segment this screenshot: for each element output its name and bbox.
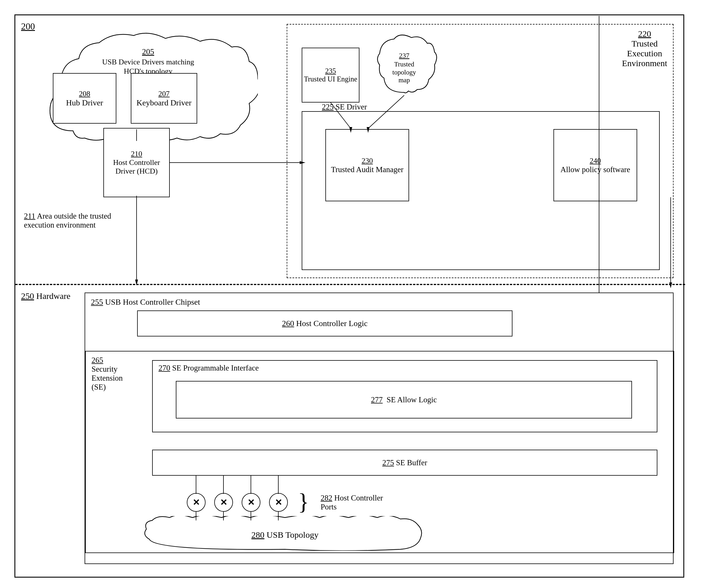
- svg-text:Trusted: Trusted: [394, 61, 414, 68]
- svg-text:topology: topology: [392, 69, 416, 76]
- box-tam: 230 Trusted Audit Manager: [325, 129, 409, 201]
- box-sepi: 270 SE Programmable Interface 277 SE All…: [152, 360, 657, 432]
- svg-text:205: 205: [142, 47, 154, 56]
- label-211: 211 Area outside the trusted execution e…: [24, 212, 140, 230]
- port-x-4: ✕: [269, 493, 288, 512]
- port-x-3: ✕: [242, 493, 260, 512]
- box-hcl: 260 Host Controller Logic: [137, 310, 513, 337]
- cloud-usb-topology: 280 USB Topology: [141, 516, 429, 551]
- label-225: 225 SE Driver: [322, 102, 367, 112]
- box-allow-policy: 240 Allow policy software: [553, 129, 637, 201]
- port-symbols-row: ✕ ✕ ✕ ✕ } 282 Host Controller Ports: [187, 493, 384, 512]
- box-trusted-ui: 235 Trusted UI Engine: [302, 48, 360, 102]
- box-seb: 275 SE Buffer: [152, 450, 657, 475]
- label-265: 265SecurityExtension(SE): [91, 356, 138, 392]
- box-se-driver: 230 Trusted Audit Manager 240 Allow poli…: [302, 111, 660, 270]
- box-hub-driver: 208 Hub Driver: [53, 73, 116, 124]
- port-x-1: ✕: [187, 493, 206, 512]
- box-security-extension: 265SecurityExtension(SE) 270 SE Programm…: [85, 351, 674, 553]
- label-200: 200: [21, 21, 35, 32]
- box-seal: 277 SE Allow Logic: [176, 381, 632, 419]
- svg-text:map: map: [398, 77, 410, 84]
- label-220: 220TrustedExecutionEnvironment: [622, 29, 667, 68]
- box-tee: 220TrustedExecutionEnvironment 235 Trust…: [287, 24, 674, 278]
- svg-marker-41: [669, 283, 672, 288]
- label-282: 282 Host Controller Ports: [320, 494, 384, 511]
- svg-text:280 USB Topology: 280 USB Topology: [251, 530, 318, 539]
- cloud-topology-map: 237 Trusted topology map: [371, 33, 438, 97]
- svg-text:USB Device Drivers matching: USB Device Drivers matching: [102, 58, 194, 66]
- box-keyboard-driver: 207 Keyboard Driver: [131, 73, 197, 124]
- brace-symbol: }: [298, 493, 309, 511]
- label-250: 250 Hardware: [21, 291, 70, 301]
- box-hcd: 210 Host Controller Driver (HCD): [103, 128, 170, 197]
- label-255: 255 USB Host Controller Chipset: [91, 297, 200, 307]
- box-chipset: 255 USB Host Controller Chipset 260 Host…: [85, 293, 674, 564]
- svg-text:237: 237: [399, 52, 409, 59]
- port-x-2: ✕: [214, 493, 233, 512]
